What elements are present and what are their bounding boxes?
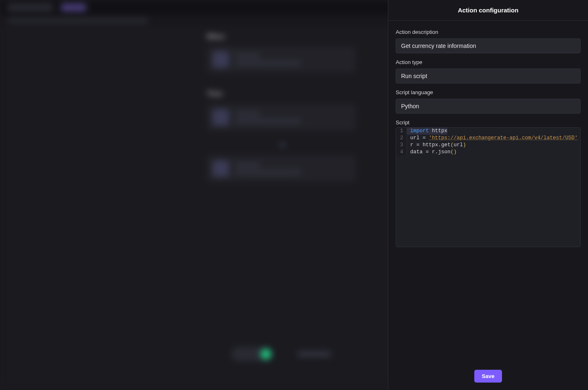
connector-dot [280, 143, 284, 147]
description-input[interactable] [396, 38, 581, 53]
link-placeholder [298, 351, 331, 357]
tab-placeholder [7, 4, 53, 11]
panel-header: Action configuration [388, 0, 588, 21]
code-line[interactable]: 4data = r.json() [396, 149, 580, 156]
breadcrumb-placeholder [7, 19, 148, 23]
toggle-placeholder [232, 347, 273, 361]
code-content[interactable]: r = httpx.get(url) [407, 142, 466, 149]
action-type-select[interactable]: Run script [396, 69, 581, 83]
app-icon [213, 160, 229, 177]
code-content[interactable]: url = 'https://api.exchangerate-api.com/… [407, 135, 578, 142]
code-line[interactable]: 1import httpx [396, 128, 580, 135]
script-language-value: Python [401, 103, 419, 109]
panel-footer: Save [388, 362, 588, 390]
script-label: Script [396, 119, 581, 126]
then-section-label: Then [207, 90, 222, 98]
app-icon [213, 51, 229, 68]
app-icon [213, 109, 229, 126]
action-type-label: Action type [396, 59, 581, 65]
action-config-panel: Action configuration Action description … [388, 0, 588, 390]
script-language-label: Script language [396, 89, 581, 95]
footer-controls [232, 347, 331, 361]
action-card-1 [207, 104, 356, 131]
line-number: 1 [396, 128, 407, 135]
description-label: Action description [396, 29, 581, 35]
panel-title: Action configuration [458, 7, 519, 14]
action-card-2 [207, 155, 356, 182]
code-line[interactable]: 2url = 'https://api.exchangerate-api.com… [396, 135, 580, 142]
line-number: 3 [396, 142, 407, 149]
code-line[interactable]: 3r = httpx.get(url) [396, 142, 580, 149]
panel-body: Action description Action type Run scrip… [388, 21, 588, 362]
script-editor[interactable]: 1import httpx2url = 'https://api.exchang… [396, 127, 581, 247]
save-button[interactable]: Save [474, 370, 502, 383]
trigger-card [207, 46, 356, 73]
script-language-select[interactable]: Python [396, 99, 581, 114]
tab-placeholder-active [61, 4, 86, 11]
when-section-label: When [207, 33, 225, 40]
line-number: 2 [396, 135, 407, 142]
code-content[interactable]: data = r.json() [407, 149, 457, 156]
code-content[interactable]: import httpx [407, 128, 447, 135]
action-type-value: Run script [401, 73, 427, 79]
line-number: 4 [396, 149, 407, 156]
